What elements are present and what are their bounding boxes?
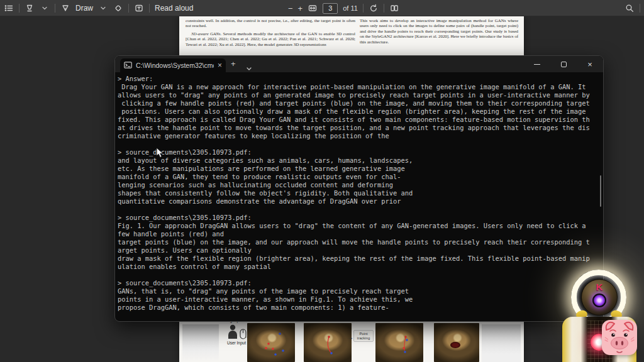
- zoom-out-button[interactable]: −: [288, 4, 293, 13]
- toolbar-separator: [384, 4, 384, 13]
- close-button[interactable]: ×: [577, 56, 603, 72]
- read-aloud-button[interactable]: Read aloud: [155, 4, 193, 13]
- avatar-letter: K: [581, 282, 618, 292]
- toolbar-separator: [149, 4, 150, 13]
- faded-image-edge: [482, 324, 521, 362]
- terminal-titlebar[interactable]: C:\Windows\System32\cmd.e × + ×: [115, 56, 603, 72]
- mouse-cursor-icon: [156, 147, 165, 158]
- maximize-button[interactable]: [550, 56, 577, 72]
- pdf-paragraph: constraints well. In addition, the contr…: [186, 18, 355, 29]
- toolbar-separator: [19, 4, 19, 13]
- pdf-toolbar: Draw Read aloud − + 3 of 11: [0, 0, 644, 16]
- faded-image-edge: [182, 324, 219, 362]
- toolbar-separator: [640, 4, 640, 13]
- pig-face-sticker: [601, 319, 638, 356]
- handle-target-points-overlay: [375, 323, 423, 362]
- page-number-input[interactable]: 3: [323, 3, 338, 14]
- terminal-tab-cmd[interactable]: C:\Windows\System32\cmd.e ×: [120, 58, 226, 72]
- terminal-tab-title: C:\Windows\System32\cmd.e: [136, 62, 214, 69]
- minimize-button[interactable]: [524, 56, 550, 72]
- draw-button[interactable]: Draw: [75, 4, 93, 13]
- rotate-icon[interactable]: [369, 3, 379, 13]
- tab-dropdown-chevron-icon[interactable]: [246, 62, 252, 74]
- pdf-left-column: constraints well. In addition, the contr…: [186, 18, 355, 47]
- point-tracking-label: Point tracking: [353, 330, 374, 342]
- terminal-output-text: > Answer: Drag Your GAN is a new approac…: [118, 75, 599, 312]
- toolbar-separator: [55, 4, 55, 13]
- pdf-right-column: This work aims to develop an interactive…: [360, 18, 518, 45]
- draw-pen-icon[interactable]: [60, 3, 70, 13]
- terminal-window: C:\Windows\System32\cmd.e × + × > Answer…: [114, 55, 604, 322]
- new-tab-button[interactable]: +: [231, 60, 236, 68]
- pdf-paragraph: This work aims to develop an interactive…: [360, 18, 518, 45]
- pdf-paragraph-lead: 3D-aware GANs.: [191, 31, 221, 36]
- flow-arrow: →: [347, 334, 353, 341]
- highlighter-dropdown-chevron-icon[interactable]: [40, 3, 50, 13]
- screen: Draw Read aloud − + 3 of 11: [0, 0, 644, 362]
- draw-dropdown-chevron-icon[interactable]: [98, 3, 108, 13]
- lion-image-tracking: [375, 323, 423, 362]
- toolbar-separator: [363, 4, 364, 13]
- add-text-icon[interactable]: [134, 3, 144, 13]
- highlighter-icon[interactable]: [25, 3, 35, 13]
- lion-image-result: [434, 323, 479, 362]
- avatar-eye-glow: [592, 293, 606, 307]
- tab-close-icon[interactable]: ×: [218, 62, 222, 69]
- terminal-scrollbar[interactable]: [600, 175, 601, 207]
- page-view-icon[interactable]: [389, 3, 399, 13]
- cmd-prompt-icon: [124, 60, 132, 71]
- fit-to-width-icon[interactable]: [308, 3, 318, 13]
- toolbar-separator: [128, 4, 129, 13]
- lion-image-input: [247, 323, 295, 362]
- window-controls: ×: [524, 56, 603, 72]
- person-icon: [227, 324, 238, 339]
- search-icon[interactable]: [625, 3, 635, 13]
- eraser-icon[interactable]: [113, 3, 123, 13]
- zoom-in-button[interactable]: +: [298, 4, 303, 13]
- lion-image-motion: [304, 323, 352, 362]
- handle-target-points-overlay: [247, 323, 295, 362]
- pdf-paragraph: 3D-aware GANs. Several methods modify th…: [186, 31, 355, 47]
- page-count-label: of 11: [343, 4, 358, 12]
- handle-target-points-overlay: [304, 323, 352, 362]
- table-of-contents-icon[interactable]: [4, 3, 14, 13]
- terminal-output[interactable]: > Answer: Drag Your GAN is a new approac…: [118, 75, 599, 320]
- lion-mouth: [450, 342, 460, 348]
